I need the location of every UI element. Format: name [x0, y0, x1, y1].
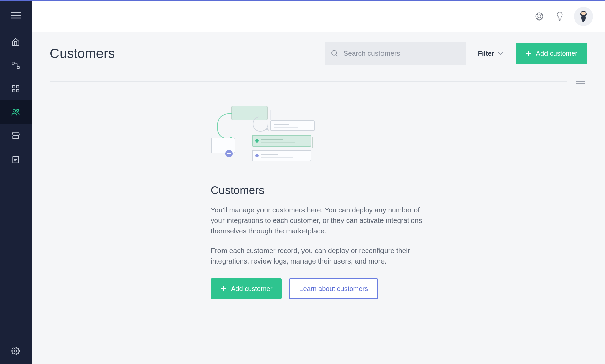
- filter-button[interactable]: Filter: [473, 42, 509, 65]
- empty-title: Customers: [211, 184, 426, 197]
- svg-rect-16: [270, 110, 271, 120]
- customers-icon: [11, 108, 21, 117]
- gear-icon: [11, 347, 20, 355]
- sidebar-item-marketplace[interactable]: [0, 124, 32, 148]
- sidebar: [0, 1, 32, 364]
- svg-point-14: [332, 50, 337, 55]
- svg-rect-0: [12, 62, 14, 64]
- svg-point-26: [255, 139, 259, 143]
- page-header: Customers Filter Add customer: [50, 42, 587, 65]
- chevron-down-icon: [498, 51, 504, 55]
- divider: [50, 81, 567, 82]
- svg-point-7: [17, 109, 19, 112]
- app-root: Customers Filter Add customer: [0, 0, 605, 364]
- store-icon: [11, 131, 20, 140]
- list-view-toggle[interactable]: [574, 76, 587, 86]
- divider-row: [50, 76, 587, 86]
- notepad-icon: [11, 155, 20, 164]
- svg-rect-21: [271, 121, 314, 131]
- svg-rect-25: [312, 137, 313, 148]
- svg-rect-29: [252, 150, 311, 161]
- empty-actions: Add customer Learn about customers: [211, 278, 426, 299]
- svg-point-9: [15, 350, 17, 352]
- svg-rect-2: [12, 85, 15, 88]
- add-customer-button[interactable]: Add customer: [516, 43, 587, 64]
- svg-point-11: [538, 15, 541, 18]
- sidebar-top: [0, 1, 32, 171]
- svg-rect-15: [232, 106, 267, 120]
- search-box[interactable]: [325, 42, 466, 65]
- user-avatar[interactable]: [574, 7, 593, 26]
- support-button[interactable]: [534, 11, 545, 22]
- add-customer-label: Add customer: [536, 50, 577, 57]
- sidebar-menu-toggle[interactable]: [0, 1, 32, 30]
- sidebar-item-customers[interactable]: [0, 100, 32, 124]
- empty-paragraph-2: From each customer record, you can deplo…: [211, 245, 426, 266]
- content: Customers Filter Add customer: [32, 32, 605, 364]
- empty-illustration: [211, 103, 318, 170]
- tips-button[interactable]: [554, 11, 565, 22]
- svg-point-30: [255, 154, 259, 157]
- sidebar-item-components[interactable]: [0, 77, 32, 100]
- integrations-icon: [11, 61, 20, 70]
- svg-rect-4: [12, 89, 15, 92]
- sidebar-item-logs[interactable]: [0, 148, 32, 171]
- filter-label: Filter: [478, 50, 494, 57]
- learn-about-customers-button[interactable]: Learn about customers: [289, 278, 378, 299]
- empty-paragraph-1: You'll manage your customers here. You c…: [211, 205, 426, 236]
- empty-add-customer-button[interactable]: Add customer: [211, 278, 282, 299]
- svg-point-6: [13, 109, 16, 112]
- search-icon: [331, 49, 338, 58]
- home-icon: [11, 37, 20, 46]
- lightbulb-icon: [555, 11, 564, 22]
- lifebuoy-icon: [535, 12, 544, 21]
- empty-add-customer-label: Add customer: [231, 285, 272, 293]
- plus-icon: [220, 285, 227, 292]
- svg-rect-18: [211, 138, 235, 153]
- plus-icon: [525, 50, 532, 57]
- svg-rect-24: [252, 135, 311, 146]
- hamburger-icon: [11, 12, 21, 19]
- sidebar-item-settings[interactable]: [0, 337, 32, 364]
- learn-about-customers-label: Learn about customers: [299, 285, 368, 293]
- svg-rect-5: [16, 89, 19, 92]
- avatar-icon: [574, 7, 593, 26]
- main: Customers Filter Add customer: [32, 1, 605, 364]
- topbar: [32, 1, 605, 32]
- sidebar-nav: [0, 30, 32, 171]
- page-title: Customers: [50, 46, 115, 61]
- svg-rect-3: [16, 85, 19, 88]
- list-icon: [576, 78, 585, 84]
- search-input[interactable]: [343, 49, 460, 57]
- sidebar-item-home[interactable]: [0, 30, 32, 53]
- sidebar-item-integrations[interactable]: [0, 53, 32, 77]
- grid-icon: [11, 84, 20, 93]
- empty-state: Customers You'll manage your customers h…: [211, 100, 426, 299]
- svg-rect-1: [17, 66, 19, 69]
- svg-rect-8: [13, 156, 18, 163]
